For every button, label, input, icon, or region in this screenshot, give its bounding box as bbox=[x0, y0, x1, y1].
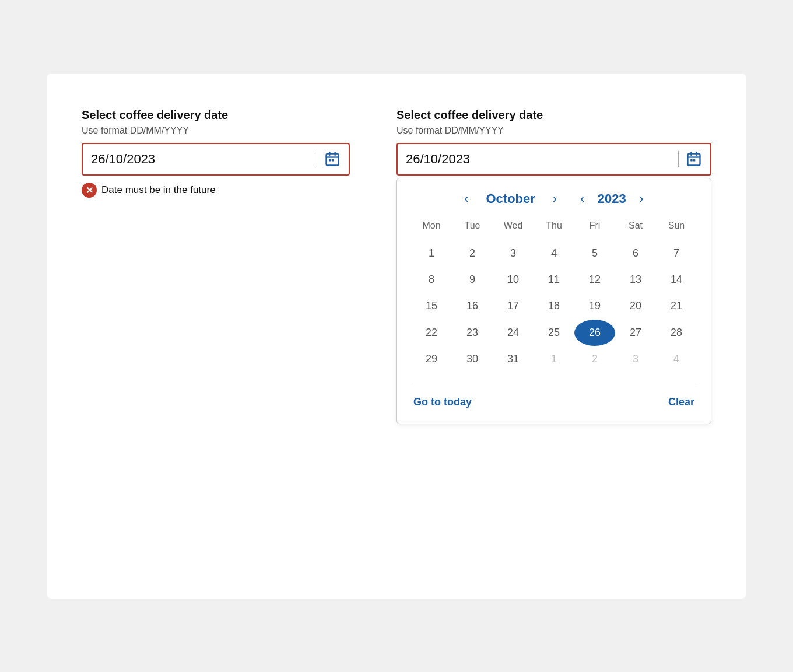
clear-button[interactable]: Clear bbox=[666, 393, 697, 412]
calendar-day-cell[interactable]: 30 bbox=[452, 346, 493, 372]
calendar-footer: Go to today Clear bbox=[411, 383, 697, 412]
calendar-day-cell[interactable]: 3 bbox=[615, 346, 656, 372]
calendar-day-cell[interactable]: 27 bbox=[615, 320, 656, 346]
error-message: ✕ Date must be in the future bbox=[82, 183, 350, 198]
month-nav-group: ‹ October › bbox=[459, 190, 562, 208]
calendar-day-cell[interactable]: 21 bbox=[656, 293, 697, 319]
left-date-input[interactable] bbox=[91, 152, 310, 167]
calendar-day-header: Fri bbox=[574, 218, 615, 236]
calendar-day-cell[interactable]: 13 bbox=[615, 267, 656, 293]
calendar-week-row: 2930311234 bbox=[411, 346, 697, 372]
next-year-button[interactable]: › bbox=[634, 190, 648, 208]
calendar-day-cell[interactable]: 23 bbox=[452, 320, 493, 346]
right-input-divider bbox=[678, 151, 679, 167]
calendar-day-cell[interactable]: 12 bbox=[574, 267, 615, 293]
calendar-day-cell[interactable]: 2 bbox=[574, 346, 615, 372]
left-date-input-wrapper[interactable] bbox=[82, 143, 350, 176]
calendar-day-cell[interactable]: 3 bbox=[493, 240, 534, 267]
svg-rect-10 bbox=[690, 159, 693, 162]
calendar-day-cell[interactable]: 31 bbox=[493, 346, 534, 372]
calendar-day-cell[interactable]: 24 bbox=[493, 320, 534, 346]
svg-rect-11 bbox=[693, 159, 696, 162]
right-date-input-wrapper[interactable] bbox=[396, 143, 711, 176]
left-calendar-icon[interactable] bbox=[324, 151, 341, 167]
left-field-label: Select coffee delivery date bbox=[82, 108, 350, 122]
go-to-today-button[interactable]: Go to today bbox=[411, 393, 474, 412]
calendar-day-cell[interactable]: 1 bbox=[534, 346, 574, 372]
calendar-day-cell[interactable]: 5 bbox=[574, 240, 615, 267]
calendar-day-cell[interactable]: 19 bbox=[574, 293, 615, 319]
right-date-input[interactable] bbox=[406, 152, 671, 167]
left-field-group: Select coffee delivery date Use format D… bbox=[82, 108, 350, 198]
prev-year-button[interactable]: ‹ bbox=[576, 190, 589, 208]
calendar-day-cell[interactable]: 20 bbox=[615, 293, 656, 319]
calendar-day-cell[interactable]: 25 bbox=[534, 320, 574, 346]
calendar-day-cell[interactable]: 28 bbox=[656, 320, 697, 346]
calendar-day-header: Mon bbox=[411, 218, 452, 236]
calendar-grid: MonTueWedThuFriSatSun 123456789101112131… bbox=[411, 218, 697, 372]
right-field-label: Select coffee delivery date bbox=[396, 108, 711, 122]
right-field-group: Select coffee delivery date Use format D… bbox=[396, 108, 711, 424]
calendar-nav: ‹ October › ‹ 2023 › bbox=[411, 190, 697, 208]
calendar-week-row: 22232425262728 bbox=[411, 320, 697, 346]
right-calendar-icon[interactable] bbox=[686, 151, 702, 167]
calendar-week-row: 15161718192021 bbox=[411, 293, 697, 319]
calendar-day-cell[interactable]: 1 bbox=[411, 240, 452, 267]
svg-rect-4 bbox=[329, 159, 331, 162]
calendar-dropdown: ‹ October › ‹ 2023 › MonTueWedThuFriSatS… bbox=[396, 178, 711, 424]
calendar-day-header: Sun bbox=[656, 218, 697, 236]
calendar-month-label: October bbox=[476, 191, 546, 206]
calendar-day-header: Sat bbox=[615, 218, 656, 236]
calendar-day-cell[interactable]: 7 bbox=[656, 240, 697, 267]
calendar-day-cell[interactable]: 10 bbox=[493, 267, 534, 293]
calendar-day-cell[interactable]: 11 bbox=[534, 267, 574, 293]
left-input-divider bbox=[317, 151, 317, 167]
calendar-day-cell[interactable]: 14 bbox=[656, 267, 697, 293]
calendar-day-header: Thu bbox=[534, 218, 574, 236]
next-month-button[interactable]: › bbox=[548, 190, 562, 208]
calendar-day-cell[interactable]: 16 bbox=[452, 293, 493, 319]
calendar-day-cell[interactable]: 18 bbox=[534, 293, 574, 319]
calendar-year-label: 2023 bbox=[591, 191, 632, 206]
left-field-hint: Use format DD/MM/YYYY bbox=[82, 125, 350, 136]
calendar-day-header: Wed bbox=[493, 218, 534, 236]
calendar-day-cell[interactable]: 22 bbox=[411, 320, 452, 346]
error-text: Date must be in the future bbox=[101, 184, 216, 196]
calendar-week-row: 1234567 bbox=[411, 240, 697, 267]
right-field-hint: Use format DD/MM/YYYY bbox=[396, 125, 711, 136]
calendar-day-cell[interactable]: 26 bbox=[574, 320, 615, 346]
page-container: Select coffee delivery date Use format D… bbox=[47, 74, 746, 598]
calendar-header-row: MonTueWedThuFriSatSun bbox=[411, 218, 697, 236]
calendar-day-header: Tue bbox=[452, 218, 493, 236]
calendar-day-cell[interactable]: 17 bbox=[493, 293, 534, 319]
calendar-body: 1234567891011121314151617181920212223242… bbox=[411, 240, 697, 372]
year-nav-group: ‹ 2023 › bbox=[576, 190, 648, 208]
calendar-day-cell[interactable]: 15 bbox=[411, 293, 452, 319]
calendar-day-cell[interactable]: 29 bbox=[411, 346, 452, 372]
calendar-day-cell[interactable]: 4 bbox=[656, 346, 697, 372]
error-icon: ✕ bbox=[82, 183, 97, 198]
calendar-day-cell[interactable]: 8 bbox=[411, 267, 452, 293]
prev-month-button[interactable]: ‹ bbox=[459, 190, 473, 208]
calendar-day-cell[interactable]: 4 bbox=[534, 240, 574, 267]
calendar-day-cell[interactable]: 2 bbox=[452, 240, 493, 267]
calendar-day-cell[interactable]: 6 bbox=[615, 240, 656, 267]
calendar-week-row: 891011121314 bbox=[411, 267, 697, 293]
svg-rect-5 bbox=[332, 159, 334, 162]
calendar-day-cell[interactable]: 9 bbox=[452, 267, 493, 293]
